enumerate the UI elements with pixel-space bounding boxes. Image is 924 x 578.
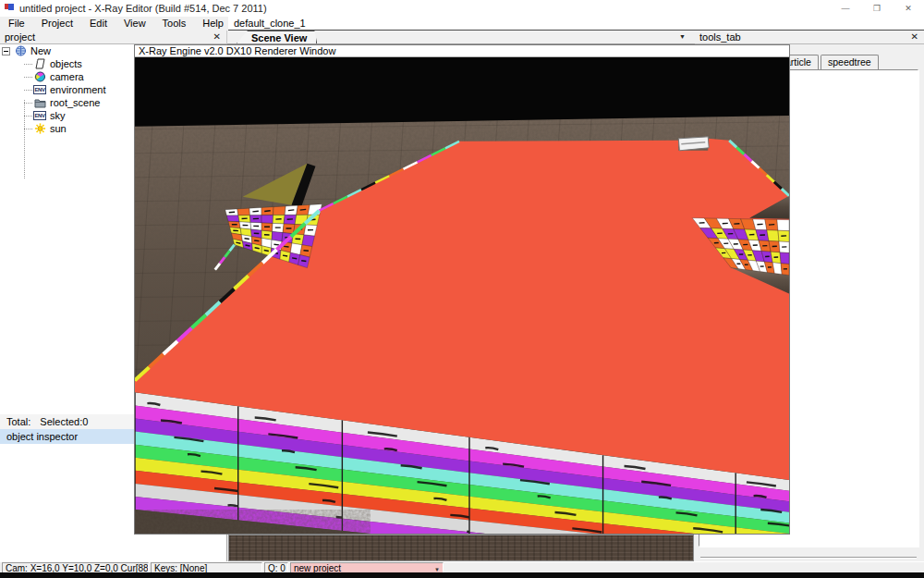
tree-item-label: sky — [50, 110, 66, 121]
selected-label: Selected:0 — [40, 416, 88, 427]
globe-icon — [14, 45, 27, 56]
project-panel-header[interactable]: project ✕ — [0, 31, 227, 44]
menu-item-project[interactable]: Project — [33, 17, 81, 31]
minimize-button[interactable]: — — [830, 0, 861, 17]
tree-item-label: camera — [50, 71, 84, 82]
tree-item-label: environment — [50, 84, 106, 95]
menu-item-file[interactable]: File — [0, 17, 33, 31]
menu-item-view[interactable]: View — [116, 17, 154, 31]
status-bar: Cam: X=16,0 Y=10,0 Z=0,0 Cur[88 398] Key… — [0, 561, 924, 572]
tree-item-label: root_scene — [50, 97, 100, 108]
renderer-titlebar[interactable]: X-Ray Engine v2.0 DX10 Renderer Window — [135, 45, 789, 57]
tab-list-dropdown-icon[interactable]: ▼ — [679, 33, 686, 40]
env-icon: ENV — [33, 84, 46, 95]
tools-panel-divider — [700, 557, 917, 559]
render-config-value[interactable]: default_clone_1 — [228, 17, 924, 31]
page-icon — [33, 58, 46, 69]
sun-icon — [33, 123, 46, 134]
menu-item-tools[interactable]: Tools — [154, 17, 195, 31]
tools-panel-header[interactable]: tools_tab ✕ — [695, 31, 924, 44]
object-inspector-label: object inspector — [6, 431, 78, 442]
scene-view-tabstrip: Scene View ▼ — [227, 31, 695, 44]
tools-tab-speedtree[interactable]: speedtree — [821, 55, 879, 69]
project-close-icon[interactable]: ✕ — [213, 32, 221, 42]
menu-item-help[interactable]: Help — [194, 17, 232, 31]
tree-collapse-icon[interactable] — [2, 47, 10, 55]
close-button[interactable]: ✕ — [893, 0, 924, 17]
tree-root-label: New — [30, 45, 51, 56]
project-panel-title: project — [0, 31, 35, 43]
window-title: untitled project - X-Ray Editor (Build #… — [19, 3, 267, 14]
tree-item-label: sun — [50, 123, 67, 134]
scene-3d-viewport[interactable] — [135, 57, 789, 534]
app-icon — [5, 4, 14, 13]
title-bar[interactable]: untitled project - X-Ray Editor (Build #… — [0, 0, 924, 17]
camera-icon — [33, 71, 46, 82]
bottom-edge — [0, 572, 924, 578]
maximize-button[interactable]: ❐ — [861, 0, 893, 17]
tree-item-label: objects — [50, 58, 82, 69]
tab-scene-view[interactable]: Scene View — [237, 31, 317, 43]
menu-item-edit[interactable]: Edit — [81, 17, 116, 31]
env-icon: ENV — [33, 110, 46, 121]
scene-view-panel-strip[interactable] — [228, 535, 694, 561]
renderer-window[interactable]: X-Ray Engine v2.0 DX10 Renderer Window — [134, 44, 790, 535]
tools-close-icon[interactable]: ✕ — [911, 32, 918, 42]
folder-icon — [33, 97, 46, 108]
tools-panel-title: tools_tab — [695, 31, 741, 43]
total-label: Total: — [6, 416, 30, 427]
